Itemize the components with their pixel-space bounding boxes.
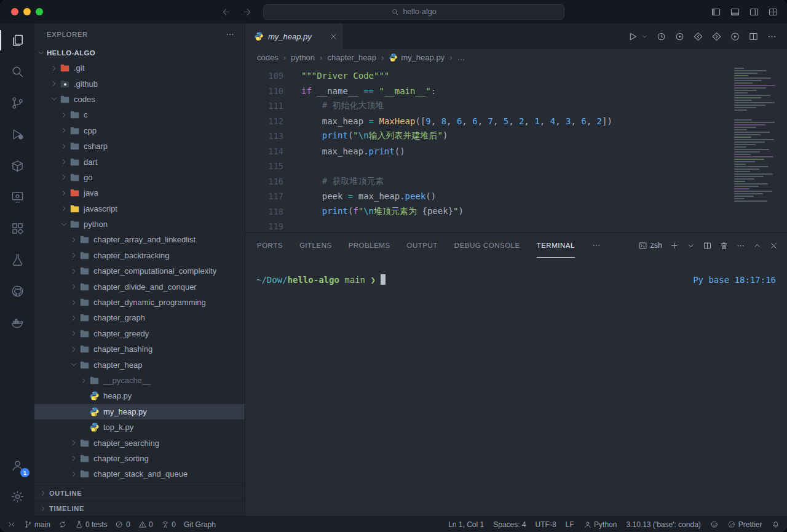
- close-window-button[interactable]: [11, 8, 18, 15]
- zoom-window-button[interactable]: [36, 8, 43, 15]
- tree-item-python[interactable]: python: [34, 216, 245, 232]
- breadcrumb-item-chapter_heap[interactable]: chapter_heap: [327, 53, 376, 62]
- layout-sidebar-left-icon[interactable]: [711, 7, 721, 17]
- status-ln-1-col-1[interactable]: Ln 1, Col 1: [448, 520, 484, 529]
- run-icon[interactable]: [628, 31, 638, 42]
- activity-run-debug[interactable]: [0, 119, 34, 150]
- tree-item-csharp[interactable]: csharp: [34, 138, 245, 154]
- diamond-right-icon[interactable]: [711, 31, 722, 42]
- activity-search[interactable]: [0, 56, 34, 87]
- diamond-left-icon[interactable]: [693, 31, 703, 42]
- chevron-down-icon[interactable]: [686, 241, 695, 250]
- tree-item-codes[interactable]: codes: [34, 92, 245, 107]
- record-icon[interactable]: [674, 31, 685, 42]
- tree-item-javascript[interactable]: javascript: [34, 201, 245, 216]
- status-remote-indicator-icon[interactable]: [7, 520, 16, 529]
- tree-item-dart[interactable]: dart: [34, 154, 245, 169]
- status-0-tests[interactable]: 0 tests: [75, 520, 108, 529]
- outline-section[interactable]: OUTLINE: [34, 485, 245, 501]
- activity-remote-explorer[interactable]: [0, 181, 34, 213]
- tree-item-.git[interactable]: .git: [34, 60, 245, 76]
- tree-item-chapter_stack_and_queue[interactable]: chapter_stack_and_queue: [34, 466, 245, 482]
- panel-tab-gitlens[interactable]: GITLENS: [299, 233, 332, 258]
- tree-item-chapter_backtracking[interactable]: chapter_backtracking: [34, 248, 245, 263]
- chevron-up-icon[interactable]: [753, 241, 762, 250]
- play-circle-icon[interactable]: [730, 31, 740, 42]
- activity-docker[interactable]: [0, 307, 34, 338]
- layout-customize-icon[interactable]: [768, 7, 778, 17]
- status-0[interactable]: 0: [161, 520, 176, 529]
- tree-item-java[interactable]: java: [34, 185, 245, 200]
- close-tab-icon[interactable]: [329, 32, 338, 41]
- command-center-search[interactable]: hello-algo: [263, 4, 564, 20]
- status-main[interactable]: main: [24, 520, 51, 529]
- tree-item-chapter_greedy[interactable]: chapter_greedy: [34, 326, 245, 341]
- tree-item-top_k.py[interactable]: top_k.py: [34, 419, 245, 435]
- minimize-window-button[interactable]: [23, 8, 31, 15]
- tree-item-my_heap.py[interactable]: my_heap.py: [34, 404, 245, 419]
- tree-item-__pycache__[interactable]: __pycache__: [34, 373, 245, 388]
- terminal[interactable]: ~/Dow/hello-algo main ❯ Py base 18:17:16: [245, 258, 787, 516]
- status-python[interactable]: Python: [583, 520, 617, 529]
- project-section-header[interactable]: HELLO-ALGO: [34, 46, 245, 60]
- tree-item-chapter_graph[interactable]: chapter_graph: [34, 310, 245, 325]
- tab-my-heap-py[interactable]: my_heap.py: [245, 23, 344, 49]
- status-extension-icon[interactable]: [710, 520, 719, 529]
- activity-source-control[interactable]: [0, 87, 34, 119]
- arrow-left-icon[interactable]: [221, 7, 232, 17]
- status-git-graph[interactable]: Git Graph: [184, 520, 216, 529]
- status-0[interactable]: 0: [115, 520, 130, 529]
- breadcrumb-item-…[interactable]: …: [457, 53, 465, 62]
- panel-tab-terminal[interactable]: TERMINAL: [537, 233, 575, 258]
- ellipsis-icon[interactable]: [591, 240, 601, 250]
- split-editor-icon[interactable]: [748, 31, 759, 42]
- tree-item-chapter_computational_complexity[interactable]: chapter_computational_complexity: [34, 263, 245, 279]
- arrow-right-icon[interactable]: [242, 7, 252, 17]
- status-lf[interactable]: LF: [566, 520, 574, 529]
- tree-item-chapter_divide_and_conquer[interactable]: chapter_divide_and_conquer: [34, 279, 245, 294]
- status-prettier[interactable]: Prettier: [727, 520, 762, 529]
- close-icon[interactable]: [769, 241, 778, 250]
- status-spaces-4[interactable]: Spaces: 4: [493, 520, 526, 529]
- panel-tab-ports[interactable]: PORTS: [257, 233, 283, 258]
- ellipsis-icon[interactable]: [736, 241, 745, 250]
- panel-tab-problems[interactable]: PROBLEMS: [349, 233, 390, 258]
- breadcrumb-item-python[interactable]: python: [291, 53, 315, 62]
- activity-explorer[interactable]: [0, 25, 34, 56]
- activity-extensions[interactable]: [0, 213, 34, 244]
- tree-item-chapter_array_and_linkedlist[interactable]: chapter_array_and_linkedlist: [34, 232, 245, 247]
- tree-item-go[interactable]: go: [34, 170, 245, 185]
- layout-sidebar-right-icon[interactable]: [749, 7, 759, 17]
- panel-tab-debug-console[interactable]: DEBUG CONSOLE: [454, 233, 520, 258]
- tree-item-chapter_sorting[interactable]: chapter_sorting: [34, 451, 245, 466]
- tree-item-c[interactable]: c: [34, 107, 245, 122]
- history-icon[interactable]: [656, 31, 666, 42]
- ellipsis-icon[interactable]: [767, 31, 777, 42]
- activity-github[interactable]: [0, 276, 34, 307]
- activity-settings[interactable]: [0, 481, 34, 512]
- status-sync-icon[interactable]: [58, 520, 67, 529]
- status-utf-8[interactable]: UTF-8: [536, 520, 556, 529]
- activity-accounts[interactable]: 1: [0, 450, 34, 481]
- tree-item-chapter_heap[interactable]: chapter_heap: [34, 357, 245, 372]
- activity-testing[interactable]: [0, 244, 34, 276]
- activity-open-folder[interactable]: [0, 150, 34, 181]
- status-bell-icon[interactable]: [772, 520, 780, 529]
- split-editor-icon[interactable]: [703, 241, 712, 250]
- status-3-10-13-base-conda[interactable]: 3.10.13 ('base': conda): [626, 520, 700, 529]
- panel-tab-output[interactable]: OUTPUT: [407, 233, 438, 258]
- tree-item-heap.py[interactable]: heap.py: [34, 388, 245, 403]
- terminal-zsh[interactable]: zsh: [638, 241, 662, 250]
- tree-item-chapter_dynamic_programming[interactable]: chapter_dynamic_programming: [34, 295, 245, 310]
- code-editor[interactable]: 109"""Driver Code"""110if __name__ == "_…: [245, 65, 787, 232]
- tree-item-chapter_searching[interactable]: chapter_searching: [34, 435, 245, 450]
- layout-panel-icon[interactable]: [730, 7, 740, 17]
- status-0[interactable]: 0: [138, 520, 153, 529]
- tree-item-.github[interactable]: .github: [34, 76, 245, 91]
- minimap[interactable]: [734, 68, 780, 232]
- tree-item-cpp[interactable]: cpp: [34, 123, 245, 138]
- plus-icon[interactable]: [670, 241, 679, 250]
- more-actions-icon[interactable]: [225, 30, 235, 39]
- tree-item-chapter_hashing[interactable]: chapter_hashing: [34, 341, 245, 357]
- trash-icon[interactable]: [719, 241, 729, 250]
